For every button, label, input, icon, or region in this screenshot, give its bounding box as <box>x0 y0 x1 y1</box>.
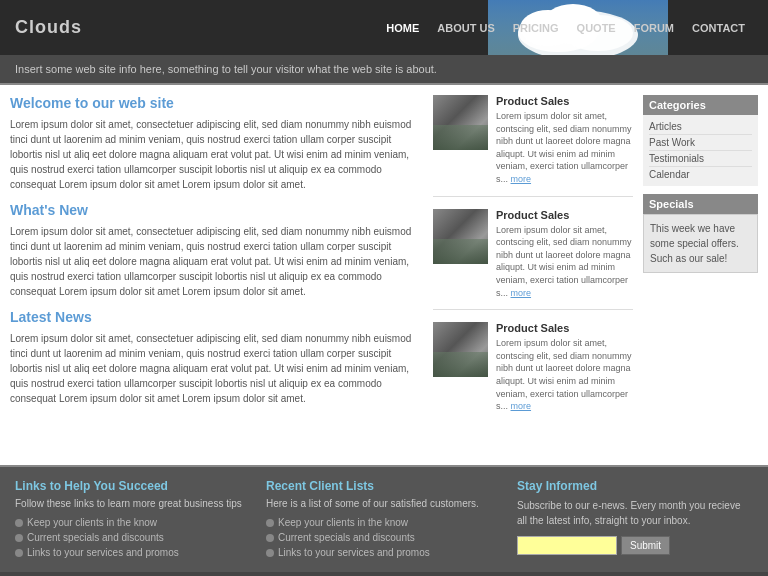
sidebar-link-past-work[interactable]: Past Work <box>649 135 752 151</box>
product-text-1: Lorem ipsum dolor sit amet, contscing el… <box>496 110 633 186</box>
product-more-1[interactable]: more <box>511 174 532 184</box>
whats-new-title: What's New <box>10 202 423 218</box>
bullet-icon <box>266 534 274 542</box>
product-more-3[interactable]: more <box>511 401 532 411</box>
newsletter-text: Subscribe to our e-news. Every month you… <box>517 498 753 528</box>
bullet-icon <box>266 549 274 557</box>
footer-client-item-3: Links to your services and promos <box>266 545 502 560</box>
product-image-1 <box>433 95 488 150</box>
footer-top: Links to Help You Succeed Follow these l… <box>0 465 768 572</box>
footer-links-title: Links to Help You Succeed <box>15 479 251 493</box>
footer-link-item-1: Keep your clients in the know <box>15 515 251 530</box>
newsletter-submit-button[interactable]: Submit <box>621 536 670 555</box>
banner-text: Insert some web site info here, somethin… <box>15 63 437 75</box>
welcome-title: Welcome to our web site <box>10 95 423 111</box>
footer-col-clients: Recent Client Lists Here is a list of so… <box>266 479 502 560</box>
footer-clients-subtitle: Here is a list of some of our satisfied … <box>266 498 502 509</box>
product-more-2[interactable]: more <box>511 288 532 298</box>
welcome-text: Lorem ipsum dolor sit amet, consectetuer… <box>10 117 423 192</box>
footer-client-item-2: Current specials and discounts <box>266 530 502 545</box>
latest-news-text: Lorem ipsum dolor sit amet, consectetuer… <box>10 331 423 406</box>
product-text-2: Lorem ipsum dolor sit amet, contscing el… <box>496 224 633 300</box>
product-card-1: Product Sales Lorem ipsum dolor sit amet… <box>433 95 633 197</box>
banner: Insert some web site info here, somethin… <box>0 55 768 85</box>
header: Clouds HOME ABOUT US PRICING QUOTE FORUM… <box>0 0 768 55</box>
newsletter-input[interactable] <box>517 536 617 555</box>
footer-links-list: Keep your clients in the know Current sp… <box>15 515 251 560</box>
product-title-2: Product Sales <box>496 209 633 221</box>
product-text-3: Lorem ipsum dolor sit amet, contscing el… <box>496 337 633 413</box>
middle-content: Product Sales Lorem ipsum dolor sit amet… <box>433 95 633 455</box>
nav-about[interactable]: ABOUT US <box>429 18 502 38</box>
product-info-3: Product Sales Lorem ipsum dolor sit amet… <box>496 322 633 413</box>
categories-list: Articles Past Work Testimonials Calendar <box>643 115 758 186</box>
product-title-1: Product Sales <box>496 95 633 107</box>
nav-quote[interactable]: QUOTE <box>569 18 624 38</box>
right-sidebar: Categories Articles Past Work Testimonia… <box>643 95 758 455</box>
product-card-2: Product Sales Lorem ipsum dolor sit amet… <box>433 209 633 311</box>
footer-newsletter-title: Stay Informed <box>517 479 753 493</box>
latest-news-title: Latest News <box>10 309 423 325</box>
specials-text: This week we have some special offers. S… <box>650 223 739 264</box>
bullet-icon <box>15 534 23 542</box>
sidebar-link-testimonials[interactable]: Testimonials <box>649 151 752 167</box>
footer-links-subtitle: Follow these links to learn more great b… <box>15 498 251 509</box>
footer-link-item-3: Links to your services and promos <box>15 545 251 560</box>
bullet-icon <box>15 519 23 527</box>
nav-home[interactable]: HOME <box>378 18 427 38</box>
footer-col-links: Links to Help You Succeed Follow these l… <box>15 479 251 560</box>
newsletter-form: Submit <box>517 536 753 555</box>
product-image-3 <box>433 322 488 377</box>
footer-clients-list: Keep your clients in the know Current sp… <box>266 515 502 560</box>
main-container: Welcome to our web site Lorem ipsum dolo… <box>0 85 768 465</box>
whats-new-text: Lorem ipsum dolor sit amet, consectetuer… <box>10 224 423 299</box>
categories-title: Categories <box>643 95 758 115</box>
site-logo: Clouds <box>15 17 82 38</box>
product-info-1: Product Sales Lorem ipsum dolor sit amet… <box>496 95 633 186</box>
sidebar-link-articles[interactable]: Articles <box>649 119 752 135</box>
bullet-icon <box>266 519 274 527</box>
specials-box: This week we have some special offers. S… <box>643 214 758 273</box>
left-content: Welcome to our web site Lorem ipsum dolo… <box>10 95 423 455</box>
main-nav: HOME ABOUT US PRICING QUOTE FORUM CONTAC… <box>378 18 753 38</box>
footer-clients-title: Recent Client Lists <box>266 479 502 493</box>
product-title-3: Product Sales <box>496 322 633 334</box>
footer-client-item-1: Keep your clients in the know <box>266 515 502 530</box>
bullet-icon <box>15 549 23 557</box>
product-card-3: Product Sales Lorem ipsum dolor sit amet… <box>433 322 633 423</box>
footer-col-newsletter: Stay Informed Subscribe to our e-news. E… <box>517 479 753 560</box>
nav-contact[interactable]: CONTACT <box>684 18 753 38</box>
footer-bottom: Design by Art for the web based on a tem… <box>0 572 768 576</box>
product-info-2: Product Sales Lorem ipsum dolor sit amet… <box>496 209 633 300</box>
sidebar-link-calendar[interactable]: Calendar <box>649 167 752 182</box>
product-image-2 <box>433 209 488 264</box>
nav-pricing[interactable]: PRICING <box>505 18 567 38</box>
footer-link-item-2: Current specials and discounts <box>15 530 251 545</box>
nav-forum[interactable]: FORUM <box>626 18 682 38</box>
specials-title: Specials <box>643 194 758 214</box>
